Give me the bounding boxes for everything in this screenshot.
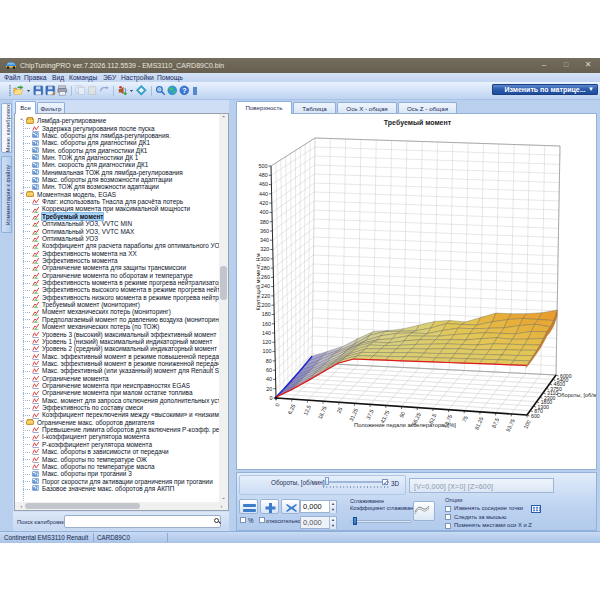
- svg-text:6000: 6000: [560, 373, 572, 379]
- svg-text:20: 20: [266, 386, 272, 392]
- svg-text:220: 220: [261, 293, 270, 299]
- svg-text:160: 160: [262, 321, 271, 327]
- svg-text:440: 440: [259, 191, 268, 197]
- svg-text:50: 50: [398, 411, 406, 419]
- svg-text:6,25: 6,25: [286, 403, 296, 415]
- svg-text:60: 60: [266, 367, 272, 373]
- svg-text:400: 400: [260, 209, 269, 215]
- svg-text:320: 320: [260, 246, 269, 252]
- svg-text:360: 360: [260, 228, 269, 234]
- svg-text:12,5: 12,5: [302, 404, 312, 416]
- svg-text:300: 300: [261, 256, 270, 262]
- svg-text:460: 460: [259, 181, 268, 187]
- svg-text:37,5: 37,5: [365, 408, 375, 420]
- svg-text:340: 340: [260, 237, 269, 243]
- svg-text:Крутящий момент, Нм: Крутящий момент, Нм: [255, 253, 261, 310]
- svg-text:380: 380: [260, 219, 269, 225]
- svg-text:120: 120: [262, 339, 271, 345]
- svg-text:18,75: 18,75: [317, 405, 328, 420]
- svg-text:0: 0: [270, 395, 273, 401]
- svg-text:25: 25: [335, 406, 343, 414]
- svg-text:200: 200: [262, 302, 271, 308]
- svg-text:93,75: 93,75: [505, 418, 516, 433]
- svg-text:100: 100: [263, 348, 272, 354]
- svg-text:140: 140: [262, 330, 271, 336]
- svg-text:500: 500: [259, 163, 268, 169]
- svg-text:40: 40: [266, 376, 272, 382]
- svg-text:240: 240: [261, 283, 270, 289]
- svg-text:0: 0: [274, 402, 281, 407]
- svg-text:Положение педали акселератора,: Положение педали акселератора, [%]: [354, 422, 456, 428]
- svg-text:260: 260: [261, 274, 270, 280]
- svg-text:80: 80: [266, 358, 272, 364]
- svg-text:87,5: 87,5: [490, 417, 500, 429]
- svg-text:420: 420: [259, 200, 268, 206]
- svg-text:480: 480: [259, 172, 268, 178]
- svg-text:81,25: 81,25: [473, 416, 484, 431]
- svg-text:100: 100: [522, 419, 531, 430]
- svg-text:75: 75: [461, 415, 469, 423]
- svg-text:180: 180: [262, 311, 271, 317]
- svg-text:280: 280: [261, 265, 270, 271]
- svg-text:?: ?: [182, 87, 186, 94]
- svg-text:Обороты, [об/мин]: Обороты, [об/мин]: [557, 392, 596, 398]
- svg-text:31,25: 31,25: [348, 407, 359, 422]
